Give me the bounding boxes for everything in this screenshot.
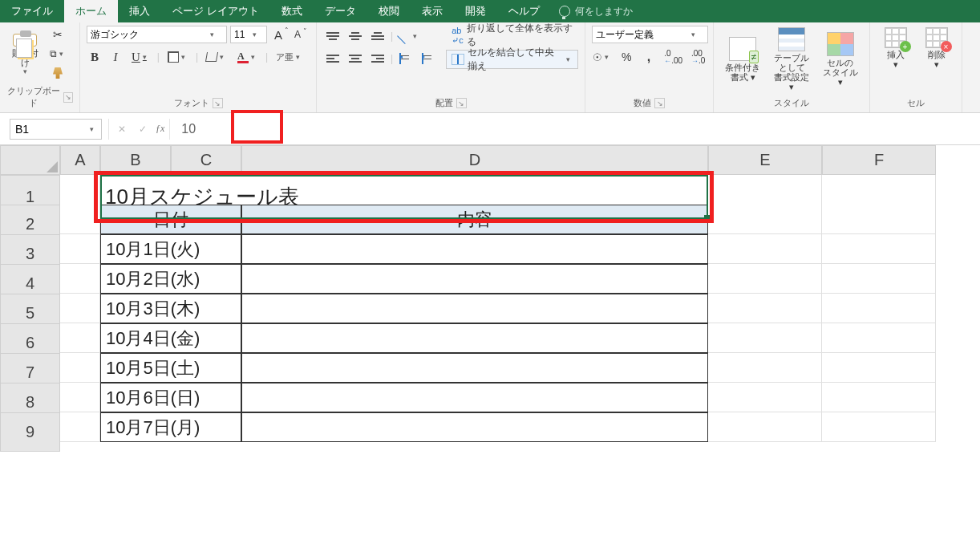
cell-BC9[interactable]: 10月7日(月) [100,412,241,442]
cell-A7[interactable] [60,353,100,383]
cell-D9[interactable] [241,412,708,442]
cell-E6[interactable] [708,323,822,353]
italic-button[interactable]: I [107,48,124,66]
formula-input[interactable] [170,122,980,136]
tab-file[interactable]: ファイル [0,0,64,22]
select-all-corner[interactable] [0,145,60,175]
alignment-launcher[interactable]: ↘ [456,98,467,108]
cell-E5[interactable] [708,294,822,323]
font-name-input[interactable] [87,29,208,40]
borders-button[interactable]: ▾ [164,48,191,66]
col-header-E[interactable]: E [708,145,822,175]
clipboard-launcher[interactable]: ↘ [63,92,73,103]
decrease-font-button[interactable]: A˅ [290,26,306,43]
cell-F2[interactable] [822,205,936,234]
orientation-button[interactable]: ▾ [396,27,423,45]
number-format-dropdown[interactable]: ▾ [592,26,708,43]
phonetic-button[interactable]: ア亜▾ [273,48,306,66]
cell-D2-header[interactable]: 内容 [241,205,708,234]
align-top-button[interactable] [323,27,342,45]
accounting-format-button[interactable]: ☉▾ [592,48,612,66]
cell-BC2-header[interactable]: 日付 [100,205,241,234]
percent-button[interactable]: % [618,48,634,66]
font-size-input[interactable] [231,29,250,40]
tab-developer[interactable]: 開発 [454,0,497,22]
cell-A3[interactable] [60,234,100,264]
cell-F9[interactable] [822,412,936,442]
tab-formulas[interactable]: 数式 [270,0,314,22]
formula-enter-button[interactable]: ✓ [135,120,151,138]
cell-E3[interactable] [708,234,822,264]
underline-button[interactable]: U▾ [128,48,152,66]
align-middle-button[interactable] [346,27,365,45]
font-launcher[interactable]: ↘ [213,98,223,108]
copy-button[interactable]: ⧉▾ [47,45,69,63]
cell-F7[interactable] [822,353,936,383]
cell-F3[interactable] [822,234,936,264]
cell-E8[interactable] [708,383,822,412]
col-header-A[interactable]: A [60,145,100,175]
col-header-F[interactable]: F [822,145,936,175]
cell-A5[interactable] [60,294,100,323]
delete-cells-button[interactable]: × 削除▾ [917,26,955,71]
cell-A4[interactable] [60,264,100,294]
cell-E9[interactable] [708,412,822,442]
comma-style-button[interactable]: , [641,48,657,66]
cell-F4[interactable] [822,264,936,294]
align-right-button[interactable] [368,50,387,67]
cell-A2[interactable] [60,205,100,234]
tab-review[interactable]: 校閲 [367,0,411,22]
increase-indent-button[interactable] [419,50,438,67]
merge-center-button[interactable]: セルを結合して中央揃え ▾ [446,50,578,69]
decrease-indent-button[interactable] [396,50,415,67]
fx-icon[interactable]: ƒx [156,123,164,135]
tab-data[interactable]: データ [314,0,367,22]
align-bottom-button[interactable] [368,27,387,45]
paste-button[interactable]: 貼り付け ▾ [6,31,43,76]
cell-A8[interactable] [60,383,100,412]
cell-F6[interactable] [822,323,936,353]
font-color-button[interactable]: A▾ [234,48,261,66]
cut-button[interactable]: ✂ [47,26,69,43]
tell-me-search[interactable]: 何をしますか [559,0,633,22]
col-header-D[interactable]: D [241,145,708,175]
fill-color-button[interactable]: ▾ [203,48,229,66]
cell-BC4[interactable]: 10月2日(水) [100,264,241,294]
formula-cancel-button[interactable]: ✕ [114,120,130,138]
format-as-table-button[interactable]: テーブルとして書式設定 ▾ [769,26,815,93]
align-center-button[interactable] [346,50,365,67]
cell-E7[interactable] [708,353,822,383]
spreadsheet-grid[interactable]: A B C D E F 1 10月スケジュール表 2 日付 内容 3 10月1日… [0,145,980,442]
name-box[interactable]: B1 ▾ [10,119,102,140]
cell-D6[interactable] [241,323,708,353]
cell-A6[interactable] [60,323,100,353]
cell-BC7[interactable]: 10月5日(土) [100,353,241,383]
cell-E2[interactable] [708,205,822,234]
row-header-9[interactable]: 9 [0,412,60,452]
cell-E4[interactable] [708,264,822,294]
cell-BC5[interactable]: 10月3日(木) [100,294,241,323]
cell-BC6[interactable]: 10月4日(金) [100,323,241,353]
cell-F5[interactable] [822,294,936,323]
tab-home[interactable]: ホーム [64,0,118,22]
insert-cells-button[interactable]: + 挿入▾ [877,26,914,71]
cell-D5[interactable] [241,294,708,323]
cell-D4[interactable] [241,264,708,294]
tab-page-layout[interactable]: ページ レイアウト [161,0,270,22]
cell-D8[interactable] [241,383,708,412]
bold-button[interactable]: B [87,48,103,66]
number-format-input[interactable] [593,29,689,40]
align-left-button[interactable] [323,50,342,67]
conditional-format-button[interactable]: 条件付き書式 ▾ [720,35,766,83]
decrease-decimal-button[interactable]: .00→.0 [690,48,707,66]
cell-D7[interactable] [241,353,708,383]
cell-A9[interactable] [60,412,100,442]
wrap-text-button[interactable]: ab⤶c 折り返して全体を表示する [446,26,578,45]
cell-D3[interactable] [241,234,708,264]
cell-styles-button[interactable]: セルのスタイル ▾ [817,30,863,88]
col-header-B[interactable]: B [100,145,171,175]
font-size-dropdown[interactable]: ▾ [230,26,267,43]
format-painter-button[interactable] [47,64,69,82]
increase-decimal-button[interactable]: .0←.00 [663,48,683,66]
tab-view[interactable]: 表示 [411,0,454,22]
